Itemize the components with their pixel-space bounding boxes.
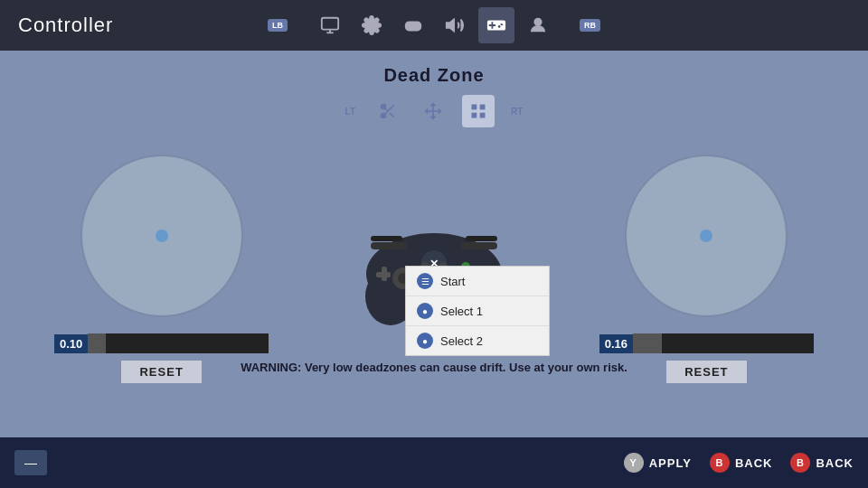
apply-action[interactable]: Y APPLY [624,453,692,473]
controller-alt-nav-icon[interactable] [395,7,431,43]
user-nav-icon[interactable] [520,7,556,43]
monitor-nav-icon[interactable] [312,7,348,43]
svg-point-11 [382,114,386,118]
svg-marker-8 [447,20,454,32]
svg-rect-0 [322,18,338,30]
lt-label: LT [345,107,355,117]
select2-label: Select 2 [440,334,483,348]
right-deadzone-dot [700,230,712,242]
svg-point-9 [534,19,541,25]
svg-line-13 [390,113,394,117]
svg-line-14 [385,108,388,111]
page-title: Controller [18,14,113,37]
start-label: Start [440,275,465,288]
svg-rect-19 [472,113,477,118]
left-deadzone-circle [80,155,243,317]
grid-icon[interactable] [462,95,495,127]
svg-rect-41 [371,236,402,241]
back-action-2[interactable]: B BACK [790,453,854,473]
b-badge-1: B [710,453,730,473]
back-action-1[interactable]: B BACK [710,453,773,473]
right-deadzone-circle [625,155,788,317]
bottom-actions: Y APPLY B BACK B BACK [624,453,854,473]
svg-point-10 [382,105,386,109]
left-deadzone-section: 0.10 RESET [54,155,269,383]
svg-rect-40 [371,242,407,249]
top-nav [312,7,556,43]
section-title: Dead Zone [383,65,484,86]
volume-nav-icon[interactable] [437,7,473,43]
right-slider-value: 0.16 [599,334,633,353]
bottom-bar: — Y APPLY B BACK B BACK [0,437,868,488]
start-icon: ☰ [417,273,433,289]
left-slider-wrap: 0.10 [54,333,269,353]
right-slider-wrap: 0.16 [599,333,814,353]
select1-icon: ● [417,303,433,319]
left-slider-value: 0.10 [54,334,88,353]
gamepad-nav-icon[interactable] [478,7,514,43]
top-bar: Controller LB RB [0,0,868,51]
dropdown-item-start[interactable]: ☰ Start [406,267,549,296]
apply-label: APPLY [649,456,692,470]
right-reset-button[interactable]: RESET [666,361,746,383]
left-reset-button[interactable]: RESET [121,361,201,383]
left-deadzone-dot [156,230,168,242]
select2-icon: ● [417,333,433,349]
rb-badge: RB [580,19,600,32]
back-label-2: BACK [816,456,854,470]
svg-rect-20 [480,113,486,118]
y-badge: Y [624,453,644,473]
select1-label: Select 1 [440,305,483,318]
move-icon[interactable] [417,95,449,127]
dropdown-item-select1[interactable]: ● Select 1 [406,296,549,326]
svg-rect-43 [466,236,497,241]
scissors-icon[interactable] [372,95,404,127]
lb-badge: LB [268,19,288,32]
svg-rect-31 [376,272,391,277]
right-slider-bar[interactable] [633,333,814,353]
left-slider-bar[interactable] [88,333,269,353]
dropdown-menu: ☰ Start ● Select 1 ● Select 2 [405,266,550,356]
right-deadzone-section: 0.16 RESET [599,155,814,383]
dropdown-item-select2[interactable]: ● Select 2 [406,326,549,355]
svg-point-7 [416,25,418,27]
minus-button[interactable]: — [14,450,47,475]
b-badge-2: B [790,453,810,473]
sub-icons-row: LT RT [345,95,524,127]
warning-text: WARNING: Very low deadzones can cause dr… [241,361,627,374]
svg-rect-42 [461,242,497,249]
gear-nav-icon[interactable] [354,7,390,43]
main-content: Dead Zone LT RT 0.10 [0,51,868,437]
rt-label: RT [511,107,523,117]
svg-rect-17 [472,105,477,110]
back-label-1: BACK [735,456,773,470]
svg-rect-18 [480,105,486,110]
